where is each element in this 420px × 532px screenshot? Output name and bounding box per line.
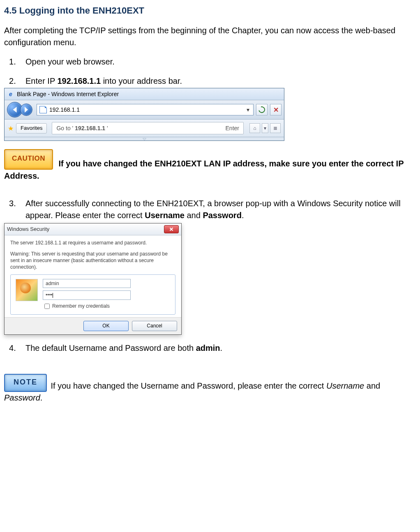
step-3: After successfully connecting to the ENH… [25, 198, 416, 335]
arrow-right-icon [25, 107, 28, 113]
dialog-server-line: The server 192.168.1.1 at requires a use… [10, 240, 175, 246]
star-icon[interactable]: ★ [8, 124, 14, 133]
remember-checkbox-label[interactable]: Remember my credentials [43, 302, 170, 310]
section-heading: 4.5 Logging into the ENH210EXT [4, 4, 416, 17]
ok-button[interactable]: OK [83, 321, 129, 331]
security-dialog: Windows Security The server 192.168.1.1 … [4, 223, 182, 335]
step-1: Open your web browser. [25, 56, 416, 68]
refresh-button[interactable] [256, 104, 268, 115]
note-badge: NOTE [4, 374, 47, 392]
ip-bold: 192.168.1.1 [57, 76, 101, 85]
intro-paragraph: After completing the TCP/IP settings fro… [4, 25, 416, 48]
favorites-row: ★ Favorites Go to ' 192.168.1.1 ' Enter … [5, 120, 284, 137]
text-cursor [53, 293, 53, 298]
dialog-warning-line: Warning: This server is requesting that … [10, 251, 175, 271]
password-input[interactable]: •••• [43, 290, 131, 299]
toolbar-mini-buttons: ⌂ ▾ ≣ [248, 123, 281, 133]
favorites-button[interactable]: Favorites [16, 123, 47, 134]
page-icon [39, 106, 47, 113]
forward-button[interactable] [20, 104, 32, 116]
caution-badge: CAUTION [4, 149, 53, 170]
address-dropdown-icon[interactable]: ▾ [245, 106, 251, 114]
collapse-handle[interactable]: ▽ [5, 137, 284, 140]
feed-button-icon[interactable]: ≣ [270, 123, 281, 133]
stop-button[interactable]: ✕ [270, 104, 282, 115]
autocomplete-suggestion[interactable]: Go to ' 192.168.1.1 ' Enter [52, 122, 244, 134]
dropdown-icon[interactable]: ▾ [262, 123, 268, 133]
dialog-title: Windows Security [7, 226, 49, 233]
caution-block: CAUTION If you have changed the ENH210EX… [4, 149, 416, 182]
browser-screenshot: e Blank Page - Windows Internet Explorer… [4, 88, 284, 141]
home-button-icon[interactable]: ⌂ [249, 123, 260, 133]
user-tile-icon [16, 279, 38, 301]
remember-checkbox[interactable] [44, 304, 50, 309]
address-bar-row: 192.168.1.1 ▾ ✕ [5, 100, 284, 120]
enter-hint: Enter [226, 124, 239, 132]
dialog-button-row: OK Cancel [5, 317, 181, 334]
caution-text: If you have changed the ENH210EXT LAN IP… [4, 159, 404, 180]
dialog-body: The server 192.168.1.1 at requires a use… [5, 235, 181, 317]
address-input-wrapper[interactable]: 192.168.1.1 ▾ [37, 104, 254, 115]
step-2: Enter IP 192.168.1.1 into your address b… [25, 75, 416, 141]
arrow-left-icon [13, 107, 17, 113]
cancel-button[interactable]: Cancel [132, 321, 177, 331]
close-button[interactable] [164, 225, 179, 233]
username-input[interactable]: admin [43, 279, 131, 288]
browser-title-bar: e Blank Page - Windows Internet Explorer [5, 88, 284, 100]
dialog-title-bar: Windows Security [5, 223, 181, 235]
note-block: NOTE If you have changed the Username an… [4, 374, 416, 404]
chevron-down-icon: ▽ [143, 137, 146, 141]
ie-logo-icon: e [7, 90, 14, 98]
window-title: Blank Page - Windows Internet Explorer [17, 90, 119, 98]
credentials-box: admin •••• Remember my credentials [10, 274, 175, 314]
address-input[interactable]: 192.168.1.1 [49, 106, 245, 114]
step-4: The default Username and Password are bo… [25, 342, 416, 354]
